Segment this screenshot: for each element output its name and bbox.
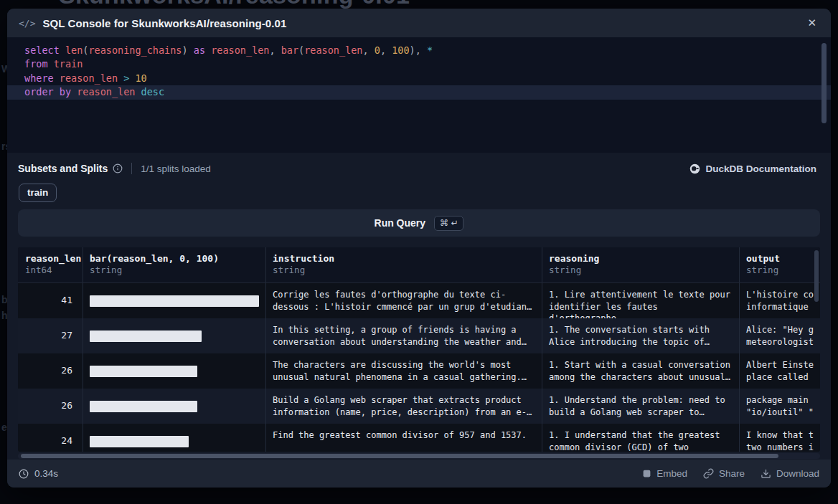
cell-instruction: Find the greatest common divisor of 957 … — [265, 424, 542, 452]
sql-token: reason_len — [77, 86, 141, 98]
link-icon — [703, 468, 714, 479]
column-name: reason_len — [25, 253, 83, 264]
table-row: 27In this setting, a group of friends is… — [18, 318, 820, 353]
cell-reasoning: 1. The conversation starts with Alice in… — [542, 318, 739, 353]
split-chip-train[interactable]: train — [19, 184, 57, 202]
sql-token: reason_len — [60, 72, 123, 84]
column-header-output: outputstring — [739, 247, 820, 282]
sql-token: bar — [281, 44, 298, 56]
horizontal-scrollbar-thumb[interactable] — [21, 454, 778, 458]
subsets-and-splits-row: Subsets and Splits 1/1 splits loaded Duc… — [18, 161, 816, 176]
sql-line[interactable]: order by reason_len desc — [7, 85, 831, 99]
sql-token: reasoning_chains — [88, 44, 182, 56]
embed-label: Embed — [656, 468, 687, 479]
sql-token: where — [24, 72, 60, 84]
cell-bar — [83, 318, 265, 353]
sql-line[interactable]: from train — [7, 57, 831, 71]
sql-token: , — [363, 44, 375, 56]
table-horizontal-scrollbar[interactable] — [18, 453, 820, 459]
sql-token: from — [24, 58, 54, 70]
duckdb-documentation-link[interactable]: DuckDB Documentation — [689, 163, 816, 174]
footer-actions: Embed Share Download — [642, 468, 819, 479]
background-text-fragment: e — [1, 422, 7, 433]
duckdb-documentation-label: DuckDB Documentation — [705, 163, 816, 174]
clock-icon — [19, 469, 29, 479]
info-icon[interactable] — [113, 163, 123, 173]
cell-instruction: Build a Golang web scraper that extracts… — [265, 389, 542, 424]
modal-header: </> SQL Console for SkunkworksAI/reasoni… — [7, 9, 831, 37]
sql-line[interactable]: select len(reasoning_chains) as reason_l… — [7, 44, 831, 57]
table-header-row: reason_lenint64bar(reason_len, 0, 100)st… — [18, 247, 820, 283]
cell-output: L'histoire co informatique — [739, 283, 820, 318]
embed-icon — [642, 469, 651, 478]
table-row: 24Find the greatest common divisor of 95… — [18, 424, 820, 452]
download-button[interactable]: Download — [761, 468, 819, 479]
results-table: reason_lenint64bar(reason_len, 0, 100)st… — [18, 247, 820, 452]
cell-output: Alice: "Hey g meteorologist — [739, 318, 820, 353]
sql-token: 100 — [392, 44, 409, 56]
cell-reasoning: 1. Lire attentivement le texte pour iden… — [542, 283, 739, 318]
table-row: 26Build a Golang web scraper that extrac… — [18, 389, 820, 424]
column-type: int64 — [25, 265, 83, 275]
cell-reason-len: 26 — [18, 389, 83, 424]
column-header-reason-len: reason_lenint64 — [18, 247, 83, 282]
column-header-instruction: instructionstring — [265, 247, 542, 282]
sql-token: 10 — [135, 72, 146, 84]
cell-instruction: Corrige les fautes d'orthographe du text… — [265, 283, 542, 318]
duration-value: 0.34s — [34, 468, 58, 479]
sql-editor[interactable]: select len(reasoning_chains) as reason_l… — [7, 37, 831, 153]
cell-output: package main "io/ioutil" " — [739, 389, 820, 424]
table-row: 26The characters are discussing the worl… — [18, 353, 820, 389]
divider — [131, 163, 132, 174]
sql-line[interactable]: where reason_len > 10 — [7, 72, 831, 85]
sql-editor-lines[interactable]: select len(reasoning_chains) as reason_l… — [7, 37, 831, 100]
duckdb-icon — [689, 163, 700, 174]
cell-instruction: In this setting, a group of friends is h… — [265, 318, 542, 353]
cell-bar — [83, 353, 265, 389]
cell-reason-len: 24 — [18, 424, 83, 452]
modal-title: SQL Console for SkunkworksAI/reasoning-0… — [42, 17, 286, 29]
sql-token: reason_len — [304, 44, 362, 56]
bar-rect — [90, 331, 202, 342]
sql-token: > — [123, 72, 135, 84]
cell-bar — [83, 389, 265, 424]
column-header-bar-reason-len-0-100-: bar(reason_len, 0, 100)string — [83, 247, 265, 282]
sql-token: , — [269, 44, 281, 56]
cell-reason-len: 26 — [18, 353, 83, 389]
sql-token: order by — [24, 86, 77, 98]
sql-token: * — [427, 44, 433, 56]
column-type: string — [549, 265, 739, 275]
splits-loaded-status: 1/1 splits loaded — [141, 163, 211, 174]
code-icon: </> — [19, 18, 35, 29]
editor-scrollbar[interactable] — [821, 43, 827, 123]
query-duration: 0.34s — [19, 468, 58, 479]
subsets-title: Subsets and Splits — [18, 163, 108, 174]
embed-button[interactable]: Embed — [642, 468, 687, 479]
sql-token: 0 — [375, 44, 380, 56]
cell-bar — [83, 283, 265, 318]
sql-token: , — [380, 44, 392, 56]
table-row: 41Corrige les fautes d'orthographe du te… — [18, 283, 820, 318]
cell-reasoning: 1. I understand that the greatest common… — [542, 424, 739, 452]
close-icon[interactable]: ✕ — [804, 15, 819, 31]
table-vertical-scrollbar[interactable] — [814, 250, 819, 302]
modal-footer: 0.34s Embed Share Down — [7, 460, 831, 488]
sql-token: ( — [298, 44, 304, 56]
cell-output: Albert Einste place called — [739, 353, 820, 389]
column-type: string — [90, 265, 265, 275]
run-query-button[interactable]: Run Query ⌘ ↵ — [18, 209, 820, 237]
sql-console-modal: </> SQL Console for SkunkworksAI/reasoni… — [7, 9, 831, 488]
download-icon — [761, 468, 771, 479]
cell-reasoning: 1. Start with a casual conversation amon… — [542, 353, 739, 389]
sql-token: train — [54, 58, 83, 70]
cell-output: I know that t two numbers i — [739, 424, 820, 452]
bar-rect — [90, 401, 197, 412]
bar-rect — [90, 366, 197, 377]
column-type: string — [746, 265, 820, 275]
bar-rect — [90, 295, 259, 307]
sql-token: reason_len — [211, 44, 269, 56]
share-label: Share — [719, 468, 745, 479]
sql-token: ), — [410, 44, 427, 56]
share-button[interactable]: Share — [703, 468, 745, 479]
shortcut-badge: ⌘ ↵ — [434, 216, 463, 231]
